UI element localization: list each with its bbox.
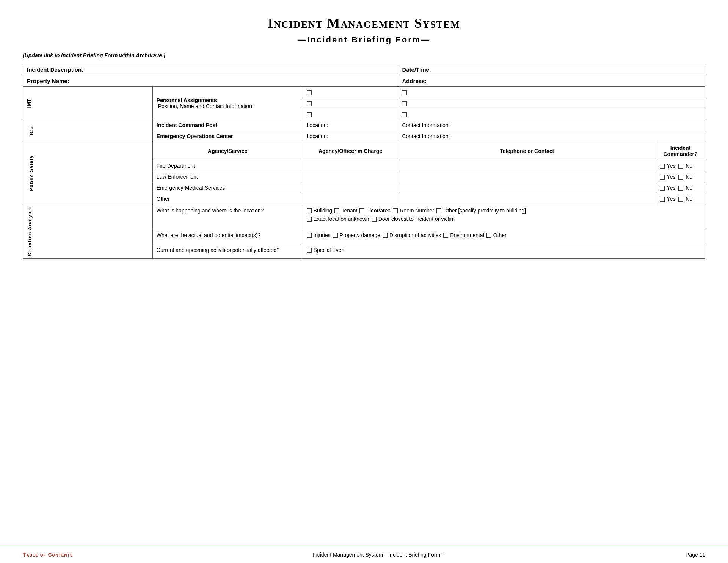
situation-impact-q: What are the actual and potential impact…	[152, 229, 303, 244]
checkbox-no-law[interactable]	[678, 175, 683, 180]
agency-ems: Emergency Medical Services	[152, 182, 303, 193]
checkbox-special-event[interactable]	[307, 248, 312, 253]
imt-checkbox-2b	[398, 98, 705, 109]
checkbox-icon[interactable]	[307, 90, 312, 95]
personnel-assignments-cell: Personnel Assignments [Position, Name an…	[152, 87, 303, 120]
officer-other	[303, 193, 398, 204]
checkbox-no-ems[interactable]	[678, 186, 683, 191]
footer-page: Page 11	[686, 552, 705, 558]
telephone-fire	[398, 160, 656, 171]
footer-toc[interactable]: Table of Contents	[23, 552, 73, 558]
commander-other: Yes No	[656, 193, 705, 204]
command-post-label: Incident Command Post	[152, 120, 303, 131]
ics-contact-2: Contact Information:	[398, 131, 705, 142]
checkbox-door-closest[interactable]	[372, 217, 377, 222]
agency-other: Other	[152, 193, 303, 204]
footer-center-text: Incident Management System—Incident Brie…	[313, 552, 446, 558]
checkbox-no-other[interactable]	[678, 197, 683, 202]
checkbox-yes-ems[interactable]	[660, 186, 665, 191]
situation-activities-q: Current and upcoming activities potentia…	[152, 244, 303, 259]
checkbox-yes-fire[interactable]	[660, 164, 665, 169]
situation-section-label: Situation Analysis	[23, 204, 153, 259]
checkbox-icon[interactable]	[402, 101, 407, 106]
checkbox-icon[interactable]	[307, 101, 312, 106]
officer-fire	[303, 160, 398, 171]
checkbox-room-number[interactable]	[393, 208, 398, 213]
checkbox-yes-other[interactable]	[660, 197, 665, 202]
address-label: Address:	[402, 78, 427, 84]
ics-location-2: Location:	[303, 131, 398, 142]
checkbox-no-fire[interactable]	[678, 164, 683, 169]
checkbox-tenant[interactable]	[334, 208, 339, 213]
agency-law: Law Enforcement	[152, 171, 303, 182]
property-name-label: Property Name:	[23, 75, 398, 87]
personnel-sub: [Position, Name and Contact Information]	[157, 103, 299, 109]
commander-law: Yes No	[656, 171, 705, 182]
checkbox-yes-law[interactable]	[660, 175, 665, 180]
situation-location-options: Building Tenant Floor/area Room Number O…	[303, 204, 705, 229]
ics-row-1: ICS Incident Command Post Location: Cont…	[23, 120, 705, 131]
ics-contact-1: Contact Information:	[398, 120, 705, 131]
main-title: Incident Management System	[23, 15, 705, 31]
checkbox-building[interactable]	[307, 208, 312, 213]
imt-checkbox-2a	[303, 98, 398, 109]
ics-section-label: ICS	[23, 120, 153, 142]
situation-location-row: Situation Analysis What is happening and…	[23, 204, 705, 229]
incident-description-label: Incident Description:	[23, 64, 398, 75]
commander-fire: Yes No	[656, 160, 705, 171]
imt-checkbox-1b	[398, 87, 705, 98]
update-note: [Update link to Incident Briefing Form w…	[23, 52, 705, 58]
col-telephone-header: Telephone or Contact	[398, 142, 656, 160]
checkbox-other-impact[interactable]	[486, 233, 491, 238]
telephone-other	[398, 193, 656, 204]
eoc-label: Emergency Operations Center	[152, 131, 303, 142]
date-time-label: Date/Time:	[398, 64, 705, 75]
checkbox-floor-area[interactable]	[359, 208, 364, 213]
imt-checkbox-3b	[398, 109, 705, 120]
property-name-row: Property Name: Address:	[23, 75, 705, 87]
checkbox-environmental[interactable]	[443, 233, 448, 238]
checkbox-property-damage[interactable]	[333, 233, 338, 238]
public-safety-header-row: Public Safety Agency/Service Agency/Offi…	[23, 142, 705, 160]
checkbox-exact-unknown[interactable]	[307, 217, 312, 222]
imt-section-label: IMT	[23, 87, 153, 120]
situation-location-q: What is happening and where is the locat…	[152, 204, 303, 229]
imt-checkbox-1a	[303, 87, 398, 98]
public-safety-section-label: Public Safety	[23, 142, 153, 204]
col-officer-header: Agency/Officer in Charge	[303, 142, 398, 160]
checkbox-disruption[interactable]	[383, 233, 388, 238]
checkbox-icon[interactable]	[307, 112, 312, 117]
personnel-label: Personnel Assignments	[157, 97, 299, 103]
agency-fire: Fire Department	[152, 160, 303, 171]
col-agency-header: Agency/Service	[152, 142, 303, 160]
sub-title: —Incident Briefing Form—	[23, 35, 705, 45]
commander-ems: Yes No	[656, 182, 705, 193]
telephone-ems	[398, 182, 656, 193]
ics-location-1: Location:	[303, 120, 398, 131]
checkbox-icon[interactable]	[402, 112, 407, 117]
checkbox-icon[interactable]	[402, 90, 407, 95]
incident-form-table: Incident Description: Date/Time: Propert…	[23, 64, 705, 259]
checkbox-other-proximity[interactable]	[436, 208, 441, 213]
imt-checkbox-3a	[303, 109, 398, 120]
incident-desc-row: Incident Description: Date/Time:	[23, 64, 705, 75]
imt-row-1: IMT Personnel Assignments [Position, Nam…	[23, 87, 705, 98]
col-commander-header: Incident Commander?	[656, 142, 705, 160]
situation-impact-options: Injuries Property damage Disruption of a…	[303, 229, 705, 244]
situation-activities-options: Special Event	[303, 244, 705, 259]
officer-ems	[303, 182, 398, 193]
checkbox-injuries[interactable]	[307, 233, 312, 238]
officer-law	[303, 171, 398, 182]
telephone-law	[398, 171, 656, 182]
page-footer: Table of Contents Incident Management Sy…	[0, 546, 728, 563]
